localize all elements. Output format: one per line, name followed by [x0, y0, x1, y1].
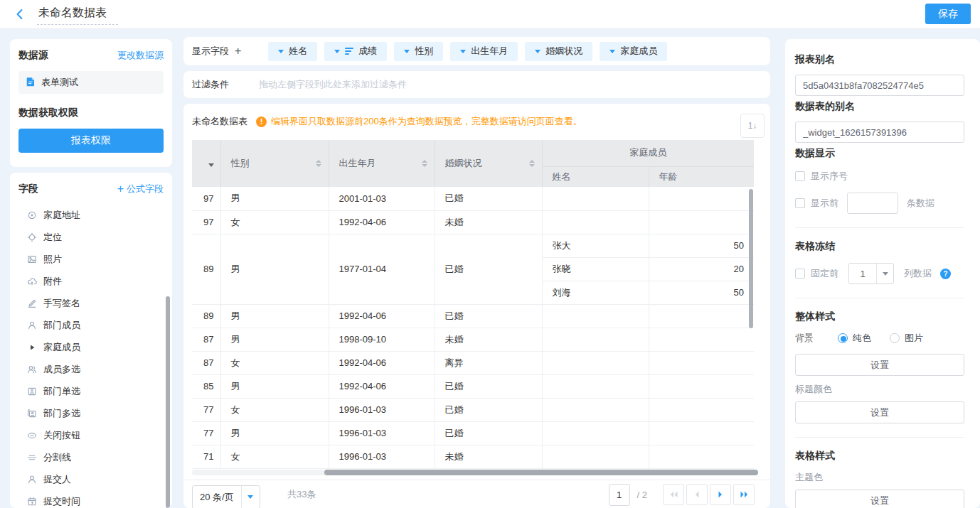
display-field-tag[interactable]: 性别 — [394, 42, 443, 61]
field-item[interactable]: 家庭地址 — [18, 204, 164, 226]
background-set-button[interactable]: 设置 — [795, 354, 964, 376]
field-item[interactable]: 成员多选 — [18, 358, 164, 380]
table-title: 未命名数据表 — [192, 115, 247, 128]
table-row: 89男1992-04-06已婚 — [192, 304, 754, 328]
display-field-tag[interactable]: 出生年月 — [450, 42, 518, 61]
change-datasource-link[interactable]: 更改数据源 — [117, 49, 164, 62]
page-size-value: 20 条/页 — [193, 491, 241, 504]
display-field-tag[interactable]: 成绩 — [324, 42, 387, 61]
sort-toggle-icon[interactable] — [316, 160, 321, 167]
cell-birth: 1996-01-03 — [329, 445, 435, 468]
cell-gender: 女 — [220, 351, 329, 374]
cell-marital: 已婚 — [435, 304, 542, 328]
field-item[interactable]: 家庭成员 — [18, 336, 164, 358]
freeze-checkbox[interactable] — [795, 269, 805, 279]
field-item[interactable]: 关闭按钮 — [18, 424, 164, 446]
gender-column-header[interactable]: 性别 — [220, 140, 329, 187]
show-index-checkbox[interactable] — [795, 171, 805, 181]
report-permission-button[interactable]: 报表权限 — [18, 129, 164, 153]
cell-fage: 20 — [649, 257, 754, 281]
display-field-tag-label: 性别 — [415, 45, 433, 58]
field-item-label: 家庭成员 — [43, 341, 80, 354]
field-item[interactable]: 手写签名 — [18, 292, 164, 314]
datasource-item[interactable]: 表单测试 — [18, 71, 164, 94]
field-item[interactable]: 部门单选 — [18, 380, 164, 402]
cell-fage — [649, 351, 754, 374]
field-item[interactable]: 附件 — [18, 270, 164, 292]
cell-fage — [649, 210, 754, 234]
title-color-label: 标题颜色 — [795, 383, 964, 396]
add-formula-field-link[interactable]: + 公式字段 — [117, 183, 164, 195]
title-color-set-button[interactable]: 设置 — [795, 401, 964, 423]
theme-color-set-button[interactable]: 设置 — [795, 490, 964, 508]
score-column-header[interactable] — [192, 140, 220, 187]
cell-gender: 男 — [220, 328, 329, 351]
display-field-tag[interactable]: 姓名 — [268, 42, 317, 61]
first-page-button[interactable] — [663, 484, 684, 505]
caret-down-icon — [208, 163, 214, 167]
report-alias-input[interactable] — [795, 75, 964, 96]
field-item[interactable]: 分割线 — [18, 446, 164, 468]
birth-column-header[interactable]: 出生年月 — [329, 140, 435, 187]
page-number-input[interactable] — [609, 484, 630, 506]
column-order-button[interactable] — [740, 114, 765, 138]
filter-dropzone[interactable]: 拖动左侧字段到此处来添加过滤条件 — [259, 78, 407, 91]
horizontal-scrollbar[interactable] — [324, 470, 758, 475]
bg-solid-option[interactable]: 纯色 — [838, 332, 871, 345]
sort-toggle-icon[interactable] — [422, 160, 427, 167]
display-field-tag[interactable]: 家庭成员 — [600, 42, 667, 61]
radio-selected-icon — [838, 333, 848, 343]
cell-marital: 离异 — [435, 351, 542, 374]
page-size-select[interactable]: 20 条/页 — [192, 485, 260, 508]
vertical-scrollbar[interactable] — [749, 189, 753, 328]
field-list: 家庭地址定位照片附件手写签名部门成员家庭成员成员多选部门单选部门多选关闭按钮分割… — [18, 204, 164, 508]
caret-down-icon — [334, 50, 340, 53]
save-button[interactable]: 保存 — [925, 4, 971, 24]
field-item[interactable]: 部门多选 — [18, 402, 164, 424]
dept-multi-icon — [27, 409, 37, 418]
sort-toggle-icon[interactable] — [529, 160, 535, 167]
field-item-label: 提交时间 — [43, 495, 80, 508]
cell-gender: 男 — [220, 421, 329, 445]
cell-fname — [542, 187, 649, 210]
table-row: 97男2001-01-03已婚 — [192, 187, 754, 210]
bg-image-option[interactable]: 图片 — [890, 332, 923, 345]
show-first-checkbox[interactable] — [795, 198, 805, 208]
cell-gender: 男 — [220, 187, 329, 210]
divider — [795, 227, 964, 228]
help-icon[interactable] — [940, 269, 951, 279]
prev-page-button[interactable] — [686, 484, 708, 505]
field-item[interactable]: 照片 — [18, 248, 164, 270]
display-fields-bar: 显示字段 + 姓名成绩性别出生年月婚姻状况家庭成员 — [183, 37, 770, 65]
cell-fage: 50 — [649, 234, 754, 257]
cell-gender: 女 — [220, 445, 329, 468]
field-item[interactable]: 提交时间 — [18, 490, 164, 508]
freeze-count-select[interactable]: 1 — [848, 263, 894, 284]
people-icon — [27, 364, 37, 374]
total-count: 共33条 — [287, 480, 316, 508]
back-icon[interactable] — [14, 9, 26, 20]
cell-fname: 张晓 — [542, 257, 649, 281]
field-item[interactable]: 定位 — [18, 226, 164, 248]
fields-scrollbar[interactable] — [166, 296, 170, 508]
radio-icon — [890, 333, 900, 343]
next-page-button[interactable] — [710, 484, 731, 505]
display-field-tags: 姓名成绩性别出生年月婚姻状况家庭成员 — [268, 42, 667, 61]
field-item-label: 定位 — [43, 231, 62, 244]
last-page-button[interactable] — [733, 484, 755, 505]
overall-style-heading: 整体样式 — [795, 310, 964, 323]
marital-column-header[interactable]: 婚姻状况 — [435, 140, 542, 187]
field-item-label: 家庭地址 — [43, 209, 80, 222]
row-limit-input[interactable] — [847, 193, 898, 214]
cell-gender: 男 — [220, 234, 329, 304]
caret-right-icon — [27, 342, 37, 352]
field-item[interactable]: 提交人 — [18, 468, 164, 490]
datasource-name: 表单测试 — [41, 76, 78, 89]
add-display-field-icon[interactable]: + — [235, 45, 241, 58]
divider — [795, 298, 964, 298]
cell-marital: 已婚 — [435, 234, 542, 304]
field-item[interactable]: 部门成员 — [18, 314, 164, 336]
table-alias-input[interactable] — [795, 121, 964, 143]
display-field-tag[interactable]: 婚姻状况 — [525, 42, 592, 61]
report-title[interactable]: 未命名数据表 — [37, 6, 118, 25]
